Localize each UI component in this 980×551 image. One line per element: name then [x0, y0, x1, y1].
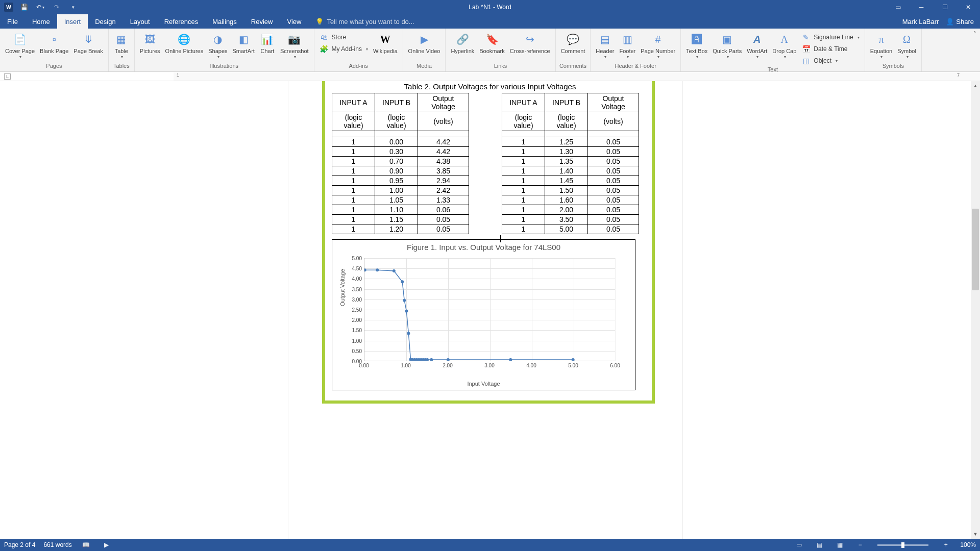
ruler[interactable]: L 1 7 — [0, 72, 980, 81]
x-tick-label: 3.00 — [484, 363, 494, 368]
redo-icon[interactable]: ↷ — [51, 2, 62, 13]
header-button[interactable]: ▤Header▾ — [594, 31, 616, 60]
svg-point-15 — [426, 358, 429, 361]
wikipedia-button[interactable]: WWikipedia — [371, 31, 400, 56]
tab-insert[interactable]: Insert — [57, 14, 88, 29]
table-row: 11.100.06 — [332, 205, 469, 215]
tab-design[interactable]: Design — [88, 14, 122, 29]
cover-page-button[interactable]: 📄Cover Page▾ — [3, 31, 37, 60]
web-layout-icon[interactable]: ▦ — [834, 540, 846, 549]
tab-review[interactable]: Review — [244, 14, 280, 29]
zoom-slider[interactable] — [877, 544, 928, 546]
signature-button[interactable]: ✎Signature Line▾ — [799, 32, 861, 43]
status-bar: Page 2 of 4 661 words 📖 ▶ ▭ ▤ ▦ − + 100% — [0, 539, 980, 551]
online-video-button[interactable]: ▶Online Video — [406, 31, 443, 56]
screenshot-button[interactable]: 📷Screenshot▾ — [278, 31, 311, 60]
page-indicator[interactable]: Page 2 of 4 — [4, 541, 35, 548]
document-page[interactable]: Table 2. Output Voltages for various Inp… — [288, 81, 682, 539]
share-button[interactable]: 👤Share — [946, 18, 974, 26]
shapes-button[interactable]: ◑Shapes▾ — [206, 31, 229, 60]
textbox-button[interactable]: 🅰Text Box▾ — [684, 31, 709, 60]
ribbon-display-icon[interactable]: ▭ — [886, 0, 910, 14]
online-pictures-button[interactable]: 🌐Online Pictures — [163, 31, 206, 56]
datetime-button[interactable]: 📅Date & Time — [799, 43, 861, 55]
y-tick-label: 1.50 — [348, 328, 362, 333]
qat-customize-icon[interactable]: ▾ — [67, 2, 79, 13]
x-axis-title: Input Voltage — [467, 381, 500, 387]
smartart-button[interactable]: ◧SmartArt — [231, 31, 257, 56]
scroll-up-icon[interactable]: ▲ — [971, 81, 980, 90]
cross-reference-button[interactable]: ↪Cross-reference — [508, 31, 552, 56]
wordart-icon: A — [749, 32, 765, 47]
x-tick-label: 6.00 — [610, 363, 620, 368]
quick-parts-button[interactable]: ▣Quick Parts▾ — [710, 31, 744, 60]
screenshot-icon: 📷 — [287, 32, 302, 47]
page-break-button[interactable]: ⤋Page Break — [71, 31, 105, 56]
tell-me-input[interactable] — [327, 18, 459, 26]
pictures-button[interactable]: 🖼Pictures — [138, 31, 162, 56]
close-button[interactable]: ✕ — [957, 0, 980, 14]
y-tick-label: 2.50 — [348, 307, 362, 313]
my-addins-button[interactable]: 🧩My Add-ins▾ — [317, 43, 370, 55]
dropcap-icon: A — [777, 32, 792, 47]
wordart-button[interactable]: AWordArt▾ — [745, 31, 769, 60]
tab-references[interactable]: References — [157, 14, 205, 29]
group-label: Media — [416, 63, 432, 70]
scroll-down-icon[interactable]: ▼ — [971, 530, 980, 539]
tab-mailings[interactable]: Mailings — [205, 14, 244, 29]
blank-page-icon: ▫ — [46, 32, 62, 47]
tell-me-search[interactable]: 💡 — [308, 14, 459, 29]
table-row: 11.002.42 — [332, 186, 469, 195]
object-button[interactable]: ◫Object▾ — [799, 55, 861, 66]
hyperlink-button[interactable]: 🔗Hyperlink — [449, 31, 476, 56]
macro-icon[interactable]: ▶ — [101, 540, 113, 549]
tab-file[interactable]: File — [0, 14, 25, 29]
symbol-button[interactable]: ΩSymbol▾ — [895, 31, 918, 60]
zoom-in-button[interactable]: + — [940, 540, 952, 549]
document-area[interactable]: Table 2. Output Voltages for various Inp… — [0, 81, 971, 539]
collapse-ribbon-icon[interactable]: ˄ — [970, 29, 980, 71]
dropcap-button[interactable]: ADrop Cap▾ — [770, 31, 798, 60]
store-button[interactable]: 🛍Store — [317, 32, 370, 43]
quick-parts-icon: ▣ — [720, 32, 735, 47]
print-layout-icon[interactable]: ▤ — [813, 540, 825, 549]
zoom-level[interactable]: 100% — [960, 541, 976, 548]
comment-button[interactable]: 💬Comment — [559, 31, 587, 56]
save-icon[interactable]: 💾 — [18, 2, 30, 13]
zoom-out-button[interactable]: − — [854, 540, 866, 549]
equation-icon: π — [873, 32, 889, 47]
tab-layout[interactable]: Layout — [123, 14, 157, 29]
table-row: 11.200.05 — [332, 224, 469, 234]
equation-button[interactable]: πEquation▾ — [868, 31, 894, 60]
word-count[interactable]: 661 words — [43, 541, 71, 548]
scrollbar-thumb[interactable] — [972, 209, 979, 290]
chart-button[interactable]: 📊Chart — [258, 31, 277, 56]
tab-home[interactable]: Home — [25, 14, 57, 29]
user-name[interactable]: Mark LaBarr — [902, 18, 939, 26]
vertical-scrollbar[interactable]: ▲ ▼ — [971, 81, 980, 539]
bookmark-button[interactable]: 🔖Bookmark — [477, 31, 507, 56]
wikipedia-icon: W — [378, 32, 393, 47]
signature-icon: ✎ — [801, 33, 811, 42]
undo-icon[interactable]: ↶▾ — [35, 2, 46, 13]
page-number-button[interactable]: #Page Number▾ — [639, 31, 677, 60]
y-tick-label: 0.50 — [348, 348, 362, 354]
spelling-icon[interactable]: 📖 — [80, 540, 92, 549]
table-row: 10.704.38 — [332, 157, 469, 166]
table-row: 13.500.05 — [502, 215, 639, 224]
tab-view[interactable]: View — [280, 14, 308, 29]
addins-icon: 🧩 — [320, 44, 329, 54]
blank-page-button[interactable]: ▫Blank Page — [38, 31, 70, 56]
maximize-button[interactable]: ☐ — [933, 0, 957, 14]
table-row: 10.304.42 — [332, 147, 469, 157]
table-button[interactable]: ▦Table▾ — [112, 31, 131, 60]
shapes-icon: ◑ — [210, 32, 226, 47]
page-break-icon: ⤋ — [81, 32, 96, 47]
minimize-button[interactable]: ─ — [910, 0, 933, 14]
symbol-icon: Ω — [899, 32, 915, 47]
read-mode-icon[interactable]: ▭ — [793, 540, 805, 549]
table-row: 11.450.05 — [502, 176, 639, 186]
footer-button[interactable]: ▥Footer▾ — [617, 31, 638, 60]
y-tick-label: 4.50 — [348, 266, 362, 271]
datetime-icon: 📅 — [801, 44, 811, 54]
